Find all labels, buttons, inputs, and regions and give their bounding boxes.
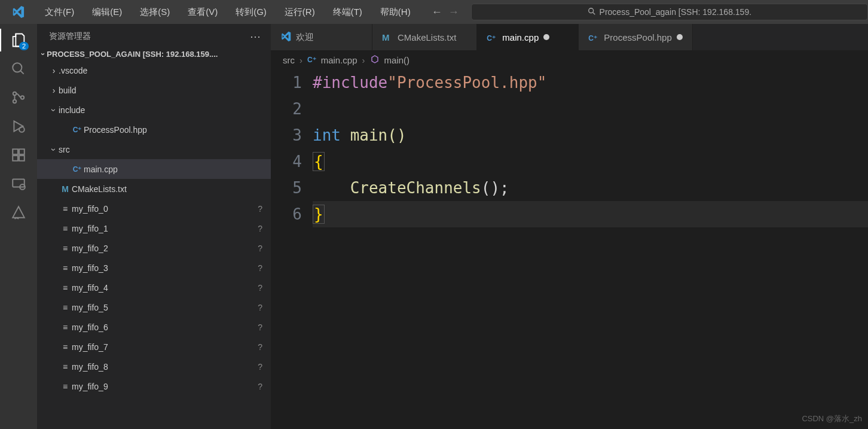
tree-file[interactable]: MCMakeLists.txt: [37, 179, 271, 199]
tree-item-label: my_fifo_5: [72, 303, 108, 312]
tok-call-end: ();: [481, 179, 509, 197]
tree-item-label: my_fifo_7: [72, 342, 108, 352]
crumb-file[interactable]: main.cpp: [321, 55, 357, 65]
menu-item[interactable]: 文件(F): [36, 0, 83, 24]
tab-label: 欢迎: [296, 32, 314, 43]
tree-file[interactable]: ≡my_fifo_4?: [37, 278, 271, 297]
line-number: 5: [271, 175, 302, 201]
menu-item[interactable]: 选择(S): [131, 0, 179, 24]
editor-tab[interactable]: C⁺main.cpp: [477, 24, 579, 50]
menu-item[interactable]: 帮助(H): [371, 0, 420, 24]
svg-line-3: [20, 71, 23, 74]
tree-item-label: build: [59, 86, 77, 95]
tree-file[interactable]: C⁺main.cpp: [37, 159, 271, 179]
chevron-right-icon: ›: [299, 55, 302, 65]
nav-forward-icon[interactable]: →: [448, 6, 459, 19]
tree-file[interactable]: C⁺ProcessPool.hpp: [37, 120, 271, 139]
more-icon[interactable]: ⋯: [250, 30, 261, 43]
svg-marker-15: [13, 206, 25, 217]
menu-item[interactable]: 编辑(E): [83, 0, 131, 24]
cmake-icon: M: [59, 184, 72, 194]
cmake-icon[interactable]: [7, 201, 30, 224]
code-content[interactable]: #include"ProcessPool.hpp" int main() { C…: [313, 69, 868, 227]
vscode-logo-icon: [0, 5, 36, 19]
tree-folder[interactable]: .vscode: [37, 60, 271, 80]
git-status: ?: [258, 224, 262, 233]
symbol-icon: [370, 54, 380, 66]
search-icon: [588, 7, 596, 17]
tree-item-label: my_fifo_9: [72, 382, 108, 391]
tree-folder[interactable]: build: [37, 80, 271, 100]
svg-rect-10: [19, 149, 25, 154]
git-status: ?: [258, 204, 262, 214]
cpp-icon: C⁺: [71, 165, 84, 174]
line-number: 6: [271, 201, 302, 227]
tree-item-label: my_fifo_4: [72, 283, 108, 293]
git-status: ?: [258, 263, 262, 273]
tok-open-brace: {: [313, 152, 325, 171]
tok-include: #include: [313, 74, 387, 92]
search-text: Process_Pool_again [SSH: 192.168.159.: [600, 7, 752, 17]
tree-item-label: my_fifo_1: [72, 224, 108, 233]
svg-point-6: [21, 96, 24, 99]
explorer-header: 资源管理器 ⋯: [37, 24, 271, 48]
tab-icon: C⁺: [588, 32, 599, 42]
tree-file[interactable]: ≡my_fifo_6?: [37, 317, 271, 337]
file-icon: ≡: [59, 322, 72, 332]
tok-call: CreateChannels: [350, 179, 481, 197]
breadcrumbs[interactable]: src › C⁺ main.cpp › main(): [271, 50, 868, 69]
tree-file[interactable]: ≡my_fifo_9?: [37, 376, 271, 396]
project-header[interactable]: PROCESS_POOL_AGAIN [SSH: 192.168.159....: [37, 48, 271, 60]
run-debug-icon[interactable]: [7, 115, 30, 138]
tree-item-label: my_fifo_3: [72, 263, 108, 273]
editor-tab[interactable]: MCMakeLists.txt: [372, 24, 477, 50]
tok-parens: (): [387, 126, 406, 144]
menu-item[interactable]: 运行(R): [276, 0, 324, 24]
source-control-icon[interactable]: [7, 86, 30, 109]
chevron-icon: [49, 105, 59, 115]
command-center[interactable]: Process_Pool_again [SSH: 192.168.159.: [471, 4, 868, 20]
tab-label: main.cpp: [502, 32, 539, 42]
tree-folder[interactable]: src: [37, 139, 271, 159]
tree-item-label: include: [59, 105, 85, 115]
chevron-icon: [49, 145, 59, 154]
search-activity-icon[interactable]: [7, 57, 30, 80]
tree-file[interactable]: ≡my_fifo_7?: [37, 337, 271, 357]
tree-item-label: my_fifo_2: [72, 244, 108, 253]
git-status: ?: [258, 342, 262, 352]
editor-tab[interactable]: 欢迎: [271, 24, 372, 50]
explorer-title: 资源管理器: [49, 31, 91, 42]
svg-line-1: [592, 12, 595, 14]
extensions-icon[interactable]: [7, 144, 30, 166]
tab-label: CMakeLists.txt: [398, 32, 456, 42]
tree-file[interactable]: ≡my_fifo_2?: [37, 238, 271, 258]
editor-tabs: 欢迎MCMakeLists.txtC⁺main.cppC⁺ProcessPool…: [271, 24, 868, 50]
tree-file[interactable]: ≡my_fifo_8?: [37, 357, 271, 376]
svg-point-5: [13, 100, 16, 103]
tree-item-label: main.cpp: [84, 165, 118, 174]
tree-item-label: .vscode: [59, 66, 87, 75]
tree-file[interactable]: ≡my_fifo_3?: [37, 258, 271, 278]
git-status: ?: [258, 382, 262, 391]
tree-item-label: my_fifo_8: [72, 362, 108, 372]
code-editor[interactable]: 123456 #include"ProcessPool.hpp" int mai…: [271, 69, 868, 227]
file-tree: .vscodebuildincludeC⁺ProcessPool.hppsrcC…: [37, 60, 271, 396]
remote-explorer-icon[interactable]: [7, 172, 30, 195]
git-status: ?: [258, 283, 262, 293]
nav-arrows: ← →: [432, 6, 459, 19]
file-icon: ≡: [59, 263, 72, 273]
explorer-icon[interactable]: 2: [7, 29, 30, 51]
menu-item[interactable]: 查看(V): [179, 0, 227, 24]
nav-back-icon[interactable]: ←: [432, 6, 442, 19]
crumb-symbol[interactable]: main(): [384, 55, 410, 65]
tree-file[interactable]: ≡my_fifo_5?: [37, 297, 271, 317]
file-icon: ≡: [59, 224, 72, 233]
editor-tab[interactable]: C⁺ProcessPool.hpp: [579, 24, 692, 50]
tree-file[interactable]: ≡my_fifo_0?: [37, 199, 271, 218]
menu-item[interactable]: 转到(G): [227, 0, 276, 24]
crumb-folder[interactable]: src: [283, 55, 295, 65]
tree-folder[interactable]: include: [37, 100, 271, 120]
tree-file[interactable]: ≡my_fifo_1?: [37, 218, 271, 238]
watermark: CSDN @落水_zh: [802, 413, 862, 424]
menu-item[interactable]: 终端(T): [324, 0, 371, 24]
